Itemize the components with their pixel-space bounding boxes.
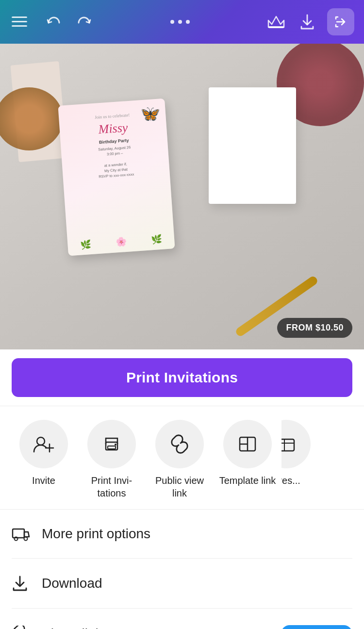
print-invitations-button[interactable]: Print Invitations — [12, 358, 352, 397]
share-link-icon — [12, 626, 31, 629]
download-icon — [12, 575, 31, 592]
invite-icon-circle — [19, 420, 68, 468]
public-view-link-action[interactable]: Public view link — [146, 420, 214, 499]
menu-button[interactable] — [10, 15, 29, 29]
price-badge: FROM $10.50 — [277, 318, 352, 338]
svg-point-13 — [115, 444, 116, 446]
svg-rect-6 — [268, 26, 284, 28]
download-label: Download — [42, 576, 352, 591]
truck-icon — [12, 526, 31, 542]
topbar — [0, 0, 364, 44]
topbar-left — [10, 12, 95, 32]
list-section: More print options Download Share lin — [0, 510, 364, 629]
blank-card — [209, 87, 296, 204]
svg-point-3 — [170, 20, 174, 24]
svg-rect-17 — [281, 439, 294, 451]
template-link-action[interactable]: Template link — [214, 420, 281, 487]
present-label: Pres... — [281, 474, 300, 487]
action-icons-section: Invite Print Invi­tations — [0, 406, 364, 510]
undo-button[interactable] — [43, 12, 62, 32]
download-item[interactable]: Download — [12, 559, 352, 609]
redo-button[interactable] — [76, 12, 95, 32]
butterfly-icon: 🦋 — [139, 102, 162, 124]
svg-point-5 — [186, 20, 190, 24]
suggested-badge: SUGGESTED — [281, 625, 352, 629]
svg-rect-2 — [12, 25, 27, 27]
share-link-item[interactable]: Share link SUGGESTED — [12, 609, 352, 629]
card-flowers: 🌿🌸🌿 — [67, 233, 175, 251]
present-icon-circle — [281, 420, 311, 468]
svg-point-22 — [24, 537, 28, 541]
link-icon-circle — [155, 420, 204, 468]
invite-action[interactable]: Invite — [10, 420, 78, 487]
template-icon-circle — [223, 420, 272, 468]
print-invitations-action[interactable]: Print Invi­tations — [78, 420, 146, 499]
svg-point-7 — [37, 437, 45, 445]
present-action[interactable]: Pres... — [281, 420, 311, 487]
design-image: 🦋 Join us to celebrate! Missy Birthday P… — [0, 44, 364, 349]
crown-button[interactable] — [265, 13, 287, 31]
svg-rect-0 — [12, 17, 27, 18]
print-invitations-label: Print Invi­tations — [82, 474, 142, 499]
public-view-link-label: Public view link — [149, 474, 210, 499]
more-print-options-item[interactable]: More print options — [12, 510, 352, 559]
print-icon-circle — [87, 420, 136, 468]
invite-label: Invite — [32, 474, 55, 487]
topbar-center — [167, 17, 193, 27]
share-link-label: Share link — [42, 626, 270, 629]
download-button[interactable] — [298, 12, 316, 32]
svg-rect-1 — [12, 21, 27, 22]
action-icons-row: Invite Print Invi­tations — [10, 420, 354, 499]
more-print-options-label: More print options — [42, 526, 352, 542]
template-link-label: Template link — [219, 474, 276, 487]
svg-point-4 — [178, 20, 182, 24]
svg-rect-20 — [13, 529, 24, 538]
svg-rect-12 — [108, 446, 116, 449]
more-options-button[interactable] — [167, 17, 193, 27]
print-btn-container: Print Invitations — [0, 349, 364, 406]
invitation-card: 🦋 Join us to celebrate! Missy Birthday P… — [58, 99, 175, 256]
main-content: 🦋 Join us to celebrate! Missy Birthday P… — [0, 44, 364, 629]
topbar-right — [265, 8, 354, 35]
share-button[interactable] — [327, 8, 354, 35]
